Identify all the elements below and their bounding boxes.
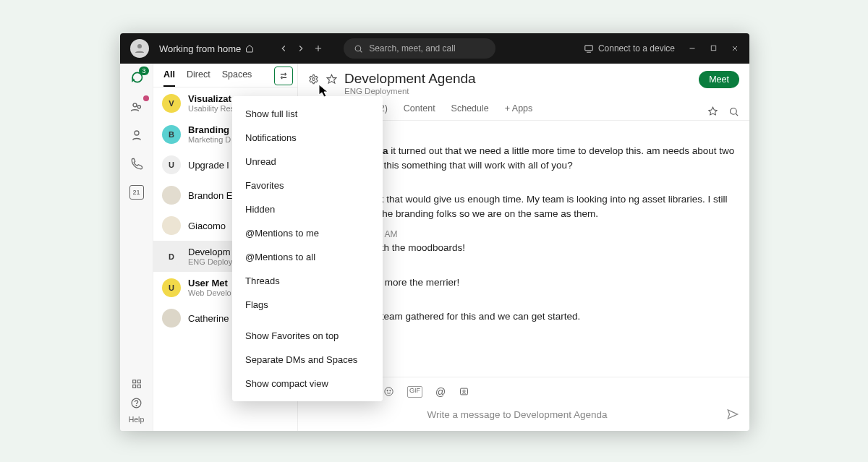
svg-marker-23 bbox=[327, 74, 336, 83]
gif-icon[interactable]: GIF bbox=[407, 386, 422, 398]
composer-input[interactable]: Write a message to Development Agenda bbox=[308, 409, 726, 420]
rail-teams-icon[interactable] bbox=[129, 98, 145, 114]
conv-tabs: All Direct Spaces bbox=[153, 64, 297, 87]
rail-help-icon[interactable] bbox=[129, 395, 145, 411]
titlebar-right: Connect to a device bbox=[584, 43, 739, 54]
svg-point-24 bbox=[731, 108, 737, 114]
user-avatar[interactable] bbox=[130, 39, 149, 58]
presence-status[interactable]: Working from home bbox=[159, 43, 254, 54]
nav-arrows bbox=[278, 43, 323, 54]
conversation-subtitle: Usability Res bbox=[188, 104, 234, 113]
svg-point-11 bbox=[133, 103, 137, 107]
conversation-avatar: D bbox=[162, 247, 181, 266]
rail-apps-icon[interactable] bbox=[129, 376, 145, 392]
dropdown-item[interactable]: @Mentions to me bbox=[232, 221, 383, 245]
window-close-icon[interactable] bbox=[731, 44, 739, 53]
svg-rect-16 bbox=[132, 385, 135, 388]
svg-rect-8 bbox=[711, 46, 715, 50]
conversation-title: Catherine bbox=[188, 313, 229, 324]
gear-icon[interactable] bbox=[308, 74, 319, 85]
svg-point-28 bbox=[385, 388, 393, 395]
rail-calls-icon[interactable] bbox=[129, 156, 145, 172]
svg-line-25 bbox=[736, 114, 738, 116]
connect-label: Connect to a device bbox=[598, 43, 675, 54]
conversation-title: Visualizat bbox=[188, 93, 234, 104]
dropdown-item[interactable]: Notifications bbox=[232, 126, 383, 150]
svg-point-22 bbox=[312, 78, 315, 81]
svg-rect-15 bbox=[137, 380, 140, 383]
tab-all[interactable]: All bbox=[163, 69, 175, 87]
star-icon[interactable] bbox=[326, 74, 337, 85]
rail-badge-2 bbox=[143, 95, 149, 101]
svg-rect-14 bbox=[132, 380, 135, 383]
tab-content[interactable]: Content bbox=[404, 103, 435, 119]
conversation-avatar: U bbox=[162, 278, 181, 297]
tab-direct[interactable]: Direct bbox=[187, 69, 210, 87]
dropdown-item[interactable]: Favorites bbox=[232, 174, 383, 197]
conversation-title: Branding bbox=[188, 124, 231, 135]
dropdown-item[interactable]: Show compact view bbox=[232, 372, 383, 395]
main-area: 3 21 Help bbox=[120, 64, 749, 431]
conversation-avatar bbox=[162, 216, 181, 235]
space-subtitle: ENG Deployment bbox=[344, 87, 476, 95]
app-window: Working from home Search, meet, and call… bbox=[120, 33, 749, 431]
dropdown-item[interactable]: Show full list bbox=[232, 102, 383, 126]
filter-icon bbox=[278, 71, 289, 81]
conversation-title: User Met bbox=[188, 278, 231, 288]
conversation-avatar: V bbox=[162, 94, 181, 113]
conversation-title: Brandon E bbox=[188, 190, 232, 201]
conversation-subtitle: ENG Deploy bbox=[188, 257, 232, 266]
send-icon[interactable] bbox=[726, 408, 739, 421]
global-search[interactable]: Search, meet, and call bbox=[344, 38, 495, 59]
dropdown-item[interactable]: Separate DMs and Spaces bbox=[232, 348, 383, 372]
svg-point-29 bbox=[387, 390, 388, 391]
dropdown-item[interactable]: Unread bbox=[232, 150, 383, 174]
dropdown-item[interactable]: Show Favorites on top bbox=[232, 324, 383, 348]
presence-text: Working from home bbox=[159, 43, 241, 54]
rail-badge-1: 3 bbox=[139, 67, 148, 75]
person-card-icon[interactable] bbox=[459, 386, 469, 397]
rail-contacts-icon[interactable] bbox=[129, 127, 145, 143]
conversation-subtitle: Web Develo bbox=[188, 288, 231, 297]
search-placeholder: Search, meet, and call bbox=[369, 43, 455, 54]
dropdown-item[interactable]: Flags bbox=[232, 293, 383, 317]
rail-help-label: Help bbox=[129, 415, 145, 424]
app-rail: 3 21 Help bbox=[120, 64, 153, 431]
rail-messaging-icon[interactable]: 3 bbox=[129, 69, 145, 85]
dropdown-item[interactable]: Threads bbox=[232, 269, 383, 293]
conversation-title: Developm bbox=[188, 247, 232, 257]
nav-back-icon[interactable] bbox=[278, 43, 289, 54]
tab-spaces[interactable]: Spaces bbox=[222, 69, 252, 87]
dropdown-item[interactable]: Hidden bbox=[232, 197, 383, 221]
rail-calendar-icon[interactable]: 21 bbox=[129, 185, 144, 200]
svg-point-13 bbox=[135, 131, 139, 135]
space-title: Development Agenda bbox=[344, 71, 476, 87]
svg-point-19 bbox=[136, 405, 137, 406]
filter-button[interactable] bbox=[274, 67, 293, 85]
window-minimize-icon[interactable] bbox=[688, 44, 697, 53]
connect-device[interactable]: Connect to a device bbox=[584, 43, 675, 54]
calendar-day: 21 bbox=[132, 189, 140, 196]
search-in-space-icon[interactable] bbox=[728, 106, 739, 117]
tab-apps[interactable]: + Apps bbox=[505, 103, 533, 119]
svg-line-4 bbox=[360, 50, 362, 52]
conversation-title: Giacomo bbox=[188, 221, 226, 231]
nav-forward-icon[interactable] bbox=[296, 43, 306, 54]
filter-dropdown: Show full listNotificationsUnreadFavorit… bbox=[232, 96, 383, 401]
meet-button[interactable]: Meet bbox=[699, 71, 739, 88]
space-header: Development Agenda ENG Deployment Meet bbox=[298, 64, 749, 95]
svg-point-32 bbox=[463, 390, 465, 392]
svg-rect-17 bbox=[137, 385, 140, 388]
tab-schedule[interactable]: Schedule bbox=[451, 103, 489, 119]
nav-plus-icon[interactable] bbox=[313, 43, 323, 54]
svg-point-12 bbox=[137, 106, 140, 108]
conversation-title: Upgrade l bbox=[188, 160, 229, 171]
search-icon bbox=[354, 44, 363, 54]
mention-icon[interactable]: @ bbox=[435, 386, 446, 398]
emoji-icon[interactable] bbox=[383, 386, 394, 397]
pin-icon[interactable] bbox=[707, 106, 718, 117]
dropdown-item[interactable]: @Mentions to all bbox=[232, 245, 383, 269]
home-icon bbox=[245, 44, 254, 53]
cast-icon bbox=[584, 43, 594, 54]
window-maximize-icon[interactable] bbox=[710, 44, 718, 52]
